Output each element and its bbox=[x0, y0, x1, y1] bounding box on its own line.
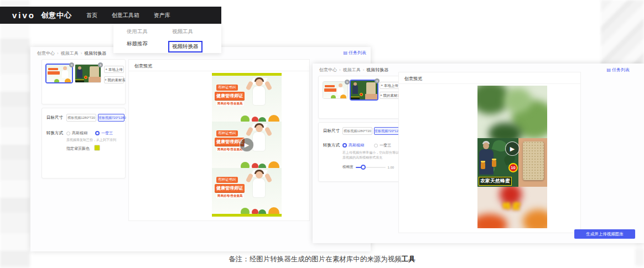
radio-one-to-three[interactable]: 一变三 bbox=[374, 143, 391, 148]
nav-item-home[interactable]: 首页 bbox=[86, 12, 97, 19]
target-size-label: 目标尺寸 bbox=[323, 128, 340, 134]
thumbnail-woman-ad-image bbox=[46, 65, 72, 82]
blur-slider-label: 模糊度 bbox=[342, 165, 354, 170]
my-library-button[interactable]: + 我的素材库 bbox=[104, 76, 124, 83]
radio-icon bbox=[66, 132, 70, 135]
radio-label: 一变三 bbox=[380, 143, 391, 148]
blurred-bottom-region: 蜂蜜 bbox=[477, 187, 547, 228]
landscape-size-option[interactable]: 横板视频1280*720 bbox=[66, 114, 96, 122]
thumbnail-honey-ad-image bbox=[75, 65, 101, 82]
ad-text-line1: 有种证书叫 bbox=[216, 177, 238, 183]
task-list-link[interactable]: ▤ 任务列表 bbox=[343, 50, 366, 56]
blurred-honey-text: 蜂蜜 bbox=[503, 201, 522, 212]
ad-text-line3: 简单好考/含金量高 bbox=[216, 147, 244, 152]
thumbnail-woman-ad[interactable]: × bbox=[46, 65, 72, 82]
preview-title: 创意预览 bbox=[134, 63, 152, 69]
radio-icon bbox=[342, 143, 347, 148]
bg-color-swatch[interactable] bbox=[94, 145, 100, 151]
breadcrumb-home[interactable]: 创意中心 bbox=[319, 67, 337, 73]
radio-gaussian-blur[interactable]: 高斯模糊 bbox=[342, 143, 364, 148]
breadcrumb: 创意中心 › 视频工具 › 视频转换器 bbox=[319, 67, 388, 73]
breadcrumb-separator: › bbox=[57, 51, 59, 56]
preview-title: 创意预览 bbox=[404, 76, 422, 82]
play-icon[interactable]: ▶ bbox=[505, 141, 520, 156]
preview-card: 创意预览 10 农家天然蜂蜜 蜂蜜 ▶ bbox=[398, 72, 581, 233]
thumbnail-woman-ad[interactable]: × bbox=[323, 82, 347, 98]
landscape-size-option[interactable]: 横板视频1280*720 bbox=[342, 127, 372, 135]
convert-mode-label: 转换方式 bbox=[323, 143, 340, 148]
bg-color-label: 指定背景颜色 bbox=[66, 146, 90, 151]
play-icon[interactable]: ▶ bbox=[240, 138, 254, 152]
remove-thumbnail-icon[interactable]: × bbox=[98, 62, 103, 67]
task-list-icon: ▤ bbox=[606, 68, 611, 72]
menu-item-title-recommend[interactable]: 标题推荐 bbox=[127, 40, 148, 48]
video-frame-1: 有种证书叫 健康管理师证 简单好考/含金量高 bbox=[212, 76, 282, 122]
generate-upload-button[interactable]: 生成并上传视频图库 bbox=[574, 229, 635, 239]
ad-text-line2: 健康管理师证 bbox=[215, 92, 245, 100]
settings-card: 目标尺寸 横板视频1280*720 竖板视频720*1280 转换方式 高斯模糊… bbox=[41, 108, 126, 178]
video-title-text: 农家天然蜂蜜 bbox=[479, 177, 512, 186]
note-text: 备注：经图片转换器生成的图片在素材库中的来源为视频 bbox=[228, 255, 402, 263]
ad-text-line1: 有种证书叫 bbox=[216, 130, 238, 136]
breadcrumb-separator: › bbox=[339, 67, 341, 72]
task-list-link[interactable]: ▤ 任务列表 bbox=[606, 67, 630, 73]
background-watermark-left bbox=[0, 0, 30, 268]
thumbnail-honey-ad[interactable]: × bbox=[75, 65, 101, 82]
radio-gaussian-blur[interactable]: 高斯模糊 bbox=[66, 130, 87, 136]
settings-card: 目标尺寸 横板视频1280*720 竖板视频720*1280 转换方式 高斯模糊… bbox=[318, 122, 401, 182]
blur-slider-row: 模糊度 1.00 bbox=[342, 165, 394, 170]
dropdown-header-use-tools: 使用工具 bbox=[127, 28, 148, 35]
breadcrumb-video-tools[interactable]: 视频工具 bbox=[343, 67, 361, 73]
upload-card: × × + 本地上传 + 我的素材库 bbox=[318, 76, 401, 119]
local-upload-button[interactable]: + 本地上传 bbox=[104, 66, 124, 73]
breadcrumb: 创意中心 › 视频工具 › 视频转换器 bbox=[37, 50, 106, 56]
remove-thumbnail-icon[interactable]: × bbox=[375, 78, 380, 83]
blur-slider-handle[interactable] bbox=[361, 165, 366, 170]
gaussian-blur-preview-video[interactable]: 10 农家天然蜂蜜 蜂蜜 ▶ bbox=[477, 86, 547, 228]
breadcrumb-video-tools[interactable]: 视频工具 bbox=[61, 50, 79, 56]
note-bold-text: 工具 bbox=[402, 255, 416, 263]
convert-mode-description: 若上传视频分辨率偏小，空白部分将以原视频的高斯模糊形式填充 bbox=[342, 150, 399, 160]
blurred-top-region bbox=[477, 86, 547, 138]
price-badge: 10 bbox=[508, 163, 518, 172]
portrait-size-option[interactable]: 竖板视频720*1280 bbox=[98, 114, 124, 122]
preview-card: 创意预览 有种证书叫 健康管理师证 简单好考/含金量高 有种证书叫 健康管理师证… bbox=[128, 59, 310, 221]
blur-slider-value: 1.00 bbox=[388, 166, 394, 169]
vivo-logo[interactable]: vivo bbox=[12, 10, 35, 20]
upload-card: × × + 本地上传 + 我的素材库 bbox=[41, 59, 126, 104]
local-upload-button[interactable]: + 本地上传 bbox=[380, 82, 399, 89]
nav-item-assets[interactable]: 资产库 bbox=[154, 12, 170, 19]
remove-thumbnail-icon[interactable]: × bbox=[69, 62, 74, 67]
brand-title[interactable]: 创意中心 bbox=[41, 10, 72, 20]
page-canvas: vivo 创意中心 首页 创意工具箱 资产库 使用工具 标题推荐 视频工具 视频… bbox=[0, 0, 644, 268]
breadcrumb-current: 视频转换器 bbox=[84, 50, 106, 56]
divider bbox=[399, 83, 580, 84]
radio-icon bbox=[95, 131, 100, 135]
breadcrumb-current: 视频转换器 bbox=[366, 67, 388, 73]
remove-thumbnail-icon[interactable]: × bbox=[345, 80, 350, 85]
task-list-icon: ▤ bbox=[343, 51, 347, 55]
blur-slider-track[interactable] bbox=[356, 167, 386, 168]
my-library-button[interactable]: + 我的素材库 bbox=[380, 92, 399, 99]
radio-label: 一变三 bbox=[101, 130, 113, 136]
dropdown-col-video-tools: 视频工具 视频转换器 bbox=[172, 28, 202, 52]
portrait-size-option[interactable]: 竖板视频720*1280 bbox=[374, 127, 400, 135]
thumbnail-honey-ad[interactable]: × bbox=[351, 81, 377, 99]
breadcrumb-home[interactable]: 创意中心 bbox=[37, 50, 55, 56]
panel-gaussian-blur: 创意中心 › 视频工具 › 视频转换器 ▤ 任务列表 × × bbox=[313, 64, 644, 243]
radio-one-to-three[interactable]: 一变三 bbox=[95, 130, 113, 136]
breadcrumb-separator: › bbox=[363, 67, 365, 72]
toolbox-dropdown: 使用工具 标题推荐 视频工具 视频转换器 bbox=[113, 24, 221, 53]
top-navbar: vivo 创意中心 首页 创意工具箱 资产库 bbox=[0, 7, 221, 24]
radio-label: 高斯模糊 bbox=[349, 143, 364, 148]
nav-item-toolbox[interactable]: 创意工具箱 bbox=[112, 12, 139, 19]
breadcrumb-separator: › bbox=[81, 51, 82, 56]
one-to-three-preview-video[interactable]: 有种证书叫 健康管理师证 简单好考/含金量高 有种证书叫 健康管理师证 简单好考… bbox=[212, 73, 282, 217]
ad-text-line3: 简单好考/含金量高 bbox=[216, 101, 244, 106]
ad-text-line3: 简单好考/含金量高 bbox=[216, 193, 244, 198]
radio-label: 高斯模糊 bbox=[72, 130, 87, 136]
menu-item-video-converter[interactable]: 视频转换器 bbox=[168, 41, 202, 52]
video-frame-3: 有种证书叫 健康管理师证 简单好考/含金量高 bbox=[212, 168, 282, 214]
thumbnail-honey-ad-image bbox=[351, 81, 377, 99]
convert-mode-description: 原视频将复制三份，从上到下排列 bbox=[66, 138, 123, 143]
